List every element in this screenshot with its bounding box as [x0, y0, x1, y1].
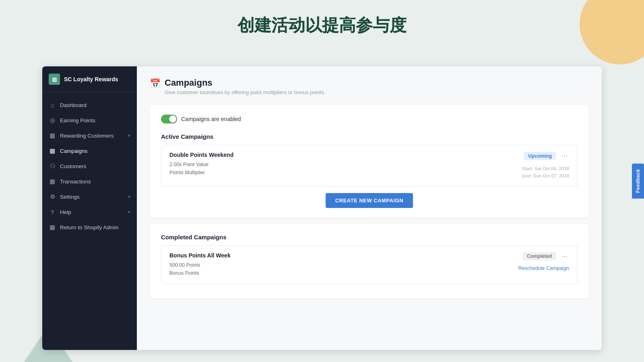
transactions-icon: ▦ — [49, 178, 56, 185]
campaign-name: Double Points Weekend — [169, 152, 233, 158]
status-badge: Completed — [523, 252, 556, 260]
sidebar-item-transactions[interactable]: ▦ Transactions — [42, 174, 137, 189]
sidebar-item-settings[interactable]: ⚙ Settings ▾ — [42, 189, 137, 204]
sidebar-item-label: Transactions — [60, 179, 91, 185]
sidebar-item-earning-points[interactable]: ◎ Earning Points — [42, 113, 137, 128]
campaign-start-date: Start: Sat Oct 06, 2018 — [522, 165, 569, 172]
main-content: 📅 Campaigns Give customer incentives by … — [137, 66, 602, 350]
sidebar-item-help[interactable]: ? Help ▾ — [42, 204, 137, 220]
sidebar-item-label: Earning Points — [60, 117, 95, 123]
campaign-detail1: 500.00 Points — [169, 261, 231, 269]
campaign-name: Bonus Points All Week — [169, 252, 231, 259]
campaigns-card: Campaigns are enabled Active Campaigns D… — [150, 105, 589, 218]
sidebar-item-label: Rewarding Customers — [60, 133, 114, 139]
reschedule-campaign-link[interactable]: Reschedule Campaign — [518, 265, 569, 271]
sidebar-item-label: Settings — [60, 194, 80, 200]
campaign-item-active: Double Points Weekend 2.00x Point Value … — [161, 145, 578, 187]
campaign-item-left: Bonus Points All Week 500.00 Points Bonu… — [169, 252, 231, 277]
more-options-button[interactable]: ··· — [560, 252, 569, 261]
more-options-button[interactable]: ··· — [560, 152, 569, 160]
status-badge: Upcoming — [524, 152, 556, 160]
settings-icon: ⚙ — [49, 193, 56, 200]
campaign-detail1: 2.00x Point Value — [169, 160, 233, 169]
page-title: 创建活动以提高参与度 — [0, 0, 644, 45]
campaign-item-completed: Bonus Points All Week 500.00 Points Bonu… — [161, 245, 578, 284]
sidebar-item-label: Dashboard — [60, 102, 87, 108]
campaign-item-right: Completed ··· Reschedule Campaign — [518, 252, 569, 271]
campaign-item-left: Double Points Weekend 2.00x Point Value … — [169, 152, 233, 177]
campaign-end-date: End: Sun Oct 07, 2018 — [522, 172, 569, 179]
campaign-detail2: Bonus Points — [169, 269, 231, 277]
campaigns-header-icon: 📅 — [150, 78, 161, 89]
campaign-dates: Start: Sat Oct 06, 2018 End: Sun Oct 07,… — [522, 165, 569, 180]
sidebar-item-label: Campaigns — [60, 148, 87, 154]
sidebar-item-label: Customers — [60, 163, 86, 169]
campaigns-subtitle: Give customer incentives by offering poi… — [165, 89, 325, 95]
campaigns-title: Campaigns — [165, 78, 325, 88]
campaign-item-right: Upcoming ··· Start: Sat Oct 06, 2018 End… — [522, 152, 569, 180]
sidebar-item-label: Help — [60, 209, 71, 215]
customers-icon: ⚇ — [49, 162, 56, 170]
sidebar-item-dashboard[interactable]: ⌂ Dashboard — [42, 97, 137, 113]
chevron-down-icon: ▾ — [128, 210, 130, 215]
active-campaigns-section: Active Campaigns Double Points Weekend 2… — [161, 133, 578, 208]
sidebar: ▦ SC Loyalty Rewards ⌂ Dashboard ◎ Earni… — [42, 66, 137, 350]
campaigns-toggle[interactable] — [161, 115, 177, 123]
campaigns-header-text: Campaigns Give customer incentives by of… — [165, 78, 325, 95]
brand-icon: ▦ — [49, 74, 60, 85]
campaign-right-top: Upcoming ··· — [524, 152, 569, 160]
help-icon: ? — [49, 208, 56, 216]
chevron-down-icon: ▾ — [128, 194, 130, 200]
home-icon: ⌂ — [49, 101, 56, 109]
toggle-label: Campaigns are enabled — [181, 116, 241, 122]
brand-name: SC Loyalty Rewards — [64, 76, 118, 82]
campaign-detail2: Points Multiplier — [169, 169, 233, 177]
campaigns-header: 📅 Campaigns Give customer incentives by … — [150, 78, 589, 95]
earning-points-icon: ◎ — [49, 117, 56, 124]
create-new-campaign-button[interactable]: CREATE NEW CAMPAIGN — [326, 193, 413, 208]
sidebar-item-label: Return to Shopify Admin — [60, 224, 119, 230]
active-section-title: Active Campaigns — [161, 133, 578, 140]
completed-campaigns-card: Completed Campaigns Bonus Points All Wee… — [150, 224, 589, 298]
brand-icon-symbol: ▦ — [52, 76, 57, 82]
sidebar-item-return-shopify[interactable]: ▦ Return to Shopify Admin — [42, 220, 137, 235]
completed-section-title: Completed Campaigns — [161, 234, 578, 241]
app-container: ▦ SC Loyalty Rewards ⌂ Dashboard ◎ Earni… — [42, 66, 602, 350]
chevron-down-icon: ▾ — [128, 133, 130, 138]
sidebar-item-campaigns[interactable]: ▦ Campaigns — [42, 143, 137, 158]
create-btn-row: CREATE NEW CAMPAIGN — [161, 193, 578, 208]
sidebar-item-customers[interactable]: ⚇ Customers — [42, 158, 137, 174]
sidebar-nav: ⌂ Dashboard ◎ Earning Points ▦ Rewarding… — [42, 93, 137, 350]
toggle-row: Campaigns are enabled — [161, 115, 578, 123]
sidebar-item-rewarding-customers[interactable]: ▦ Rewarding Customers ▾ — [42, 128, 137, 143]
campaigns-icon: ▦ — [49, 147, 56, 154]
campaign-right-top: Completed ··· — [523, 252, 569, 261]
return-icon: ▦ — [49, 224, 56, 231]
feedback-button[interactable]: Feedback — [632, 163, 644, 198]
rewarding-icon: ▦ — [49, 132, 56, 139]
sidebar-brand: ▦ SC Loyalty Rewards — [42, 66, 137, 93]
